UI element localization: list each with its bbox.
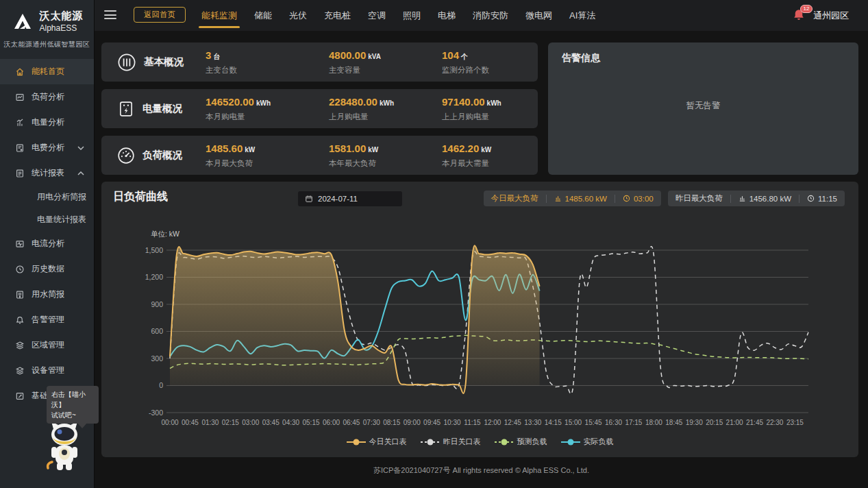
tab-hvac[interactable]: 空调 xyxy=(368,0,386,31)
stat-value: 4800.00 xyxy=(329,49,366,61)
park-selector[interactable]: 通州园区 xyxy=(813,10,849,22)
card-load-overview: 负荷概况 1485.60kW 本月最大负荷 1581.00kW 本年最大负荷 1… xyxy=(101,136,538,175)
stat-transformer-count: 3台 主变台数 xyxy=(206,49,237,75)
sidebar-item-energy-analysis[interactable]: 电量分析 xyxy=(0,110,94,135)
tab-microgrid[interactable]: 微电网 xyxy=(525,0,552,31)
sidebar-item-label: 电量分析 xyxy=(32,117,64,128)
svg-text:06:45: 06:45 xyxy=(343,419,360,426)
sidebar-item-history-data[interactable]: 历史数据 xyxy=(0,256,94,282)
main-content: 基本概况 3台 主变台数 4800.00kVA 主变容量 104个 监测分路个数 xyxy=(95,31,868,488)
tab-elevator[interactable]: 电梯 xyxy=(438,0,456,31)
stat-value: 1462.20 xyxy=(442,143,479,154)
badge-time: 11:15 xyxy=(818,195,837,203)
max-load-badges: 今日最大负荷 1485.60 kW 03:00 xyxy=(484,191,845,206)
daily-load-chart[interactable]: 1,5001,2009006003000-30000:0000:4501:300… xyxy=(101,240,858,435)
sidebar-item-load-analysis[interactable]: 负荷分析 xyxy=(0,84,94,110)
stat-label: 上上月购电量 xyxy=(442,112,501,122)
stat-value: 146520.00 xyxy=(206,96,254,108)
svg-text:03:00: 03:00 xyxy=(242,419,259,426)
sidebar-subitem-usage-brief[interactable]: 用电分析简报 xyxy=(0,186,94,208)
current-analysis-icon xyxy=(15,239,25,249)
tab-pv[interactable]: 光伏 xyxy=(289,0,307,31)
basic-info-icon xyxy=(15,391,25,401)
stat-unit: kWh xyxy=(487,99,501,107)
badge-value: 1456.80 kW xyxy=(749,195,791,203)
sidebar-item-water-brief[interactable]: 用水简报 xyxy=(0,282,94,307)
brand-name-en: AlphaESS xyxy=(40,23,84,33)
legend-item[interactable]: 预测负载 xyxy=(495,437,547,447)
svg-text:600: 600 xyxy=(151,327,163,335)
tab-charging-pile[interactable]: 充电桩 xyxy=(324,0,351,31)
stat-transformer-capacity: 4800.00kVA 主变容量 xyxy=(329,49,381,75)
report-icon xyxy=(15,169,25,178)
legend-item[interactable]: 今日关口表 xyxy=(347,437,407,447)
badge-label: 昨日最大负荷 xyxy=(668,193,730,204)
sidebar-item-device-manage[interactable]: 设备管理 xyxy=(0,358,94,383)
mascot-tooltip: 右击【喵小沃】 试试吧~ xyxy=(47,386,99,424)
tab-energy-monitor[interactable]: 能耗监测 xyxy=(201,0,237,31)
sidebar-item-label: 电流分析 xyxy=(32,238,64,249)
gauge-icon xyxy=(116,146,136,165)
sidebar-item-current-analysis[interactable]: 电流分析 xyxy=(0,231,94,256)
legend-item[interactable]: 昨日关口表 xyxy=(421,437,481,447)
stat-unit: kW xyxy=(245,146,255,154)
legend-item[interactable]: 实际负载 xyxy=(561,437,614,447)
notification-bell[interactable]: 12 xyxy=(793,8,808,24)
stat-year-max-load: 1581.00kW 本年最大负荷 xyxy=(329,143,378,169)
sidebar: 沃太能源 AlphaESS 沃太能源通州低碳智慧园区 能耗首页 负荷分析 xyxy=(0,0,95,488)
tab-fire-security[interactable]: 消防安防 xyxy=(473,0,508,31)
clock-icon xyxy=(623,195,630,202)
svg-text:18:00: 18:00 xyxy=(645,419,662,426)
sidebar-item-label: 设备管理 xyxy=(32,365,64,376)
meter-icon xyxy=(116,99,136,119)
alphaess-logo-icon xyxy=(11,10,36,32)
sidebar-item-region-manage[interactable]: 区域管理 xyxy=(0,332,94,358)
date-picker[interactable]: 2024-07-11 xyxy=(298,191,402,206)
stat-label: 监测分路个数 xyxy=(442,65,489,75)
stat-value: 104 xyxy=(442,49,459,61)
chevron-down-icon xyxy=(77,146,84,150)
brand-block: 沃太能源 AlphaESS 沃太能源通州低碳智慧园区 xyxy=(0,0,94,49)
tab-ai-algorithm[interactable]: AI算法 xyxy=(569,0,595,31)
energy-analysis-icon xyxy=(15,118,25,127)
stat-month-max-load: 1485.60kW 本月最大负荷 xyxy=(206,143,255,169)
collapse-menu-icon[interactable] xyxy=(104,10,118,21)
stat-label: 本月最大需量 xyxy=(442,158,491,169)
svg-text:02:15: 02:15 xyxy=(222,419,239,426)
sidebar-item-energy-home[interactable]: 能耗首页 xyxy=(0,59,94,84)
stat-value: 228480.00 xyxy=(329,96,377,108)
today-max-load-badge: 今日最大负荷 1485.60 kW 03:00 xyxy=(484,191,661,206)
sidebar-item-label: 区域管理 xyxy=(32,339,64,351)
badge-value: 1485.60 kW xyxy=(565,195,607,203)
svg-text:22:30: 22:30 xyxy=(766,419,783,426)
svg-text:23:15: 23:15 xyxy=(786,419,804,426)
stat-value: 1581.00 xyxy=(329,143,366,154)
legend-marker-icon xyxy=(561,439,580,446)
svg-text:04:30: 04:30 xyxy=(282,419,299,426)
svg-text:03:45: 03:45 xyxy=(262,419,280,426)
sidebar-subitem-energy-report[interactable]: 电量统计报表 xyxy=(0,208,94,231)
svg-text:13:30: 13:30 xyxy=(524,419,541,426)
sidebar-item-alarm-manage[interactable]: 告警管理 xyxy=(0,307,94,332)
svg-text:0: 0 xyxy=(159,381,163,389)
svg-text:16:30: 16:30 xyxy=(605,419,622,426)
svg-text:10:30: 10:30 xyxy=(443,419,460,426)
sidebar-item-report[interactable]: 统计报表 xyxy=(0,160,94,186)
sidebar-item-cost-analysis[interactable]: 电费分析 xyxy=(0,135,94,160)
svg-text:15:45: 15:45 xyxy=(585,419,602,426)
footer-copyright: 苏ICP备2021040727号 All rights reserved © A… xyxy=(95,465,868,476)
stat-value: 1485.60 xyxy=(206,143,243,154)
alarm-manage-icon xyxy=(15,315,25,325)
card-energy-overview: 电量概况 146520.00kWh 本月购电量 228480.00kWh 上月购… xyxy=(101,89,538,128)
alarm-panel-title: 告警信息 xyxy=(562,52,600,64)
legend-label: 实际负载 xyxy=(584,437,614,447)
svg-text:00:00: 00:00 xyxy=(161,419,178,426)
sidebar-item-label: 告警管理 xyxy=(32,314,64,326)
stat-unit: 个 xyxy=(461,53,468,60)
tab-storage[interactable]: 储能 xyxy=(254,0,272,31)
svg-text:01:30: 01:30 xyxy=(201,419,219,426)
tab-lighting[interactable]: 照明 xyxy=(403,0,421,31)
stat-monitored-circuits: 104个 监测分路个数 xyxy=(442,49,489,75)
svg-text:17:15: 17:15 xyxy=(625,419,642,426)
back-home-button[interactable]: 返回首页 xyxy=(134,7,186,23)
